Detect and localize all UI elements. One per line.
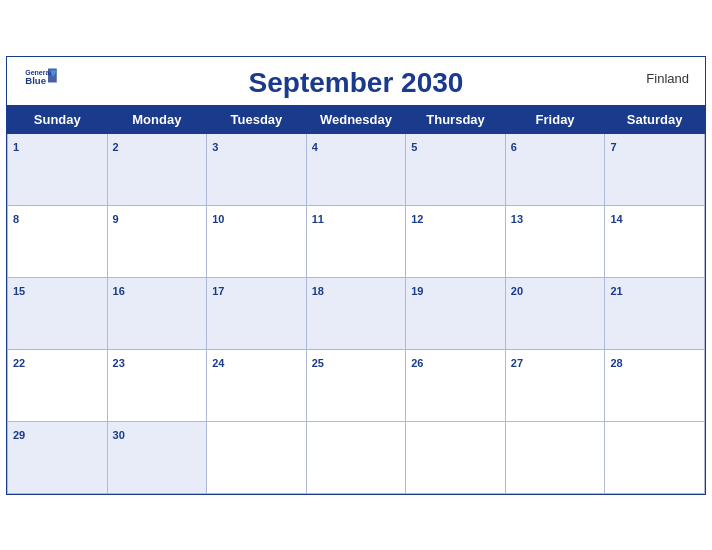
day-number: 24 [212,357,224,369]
table-row [505,421,605,493]
table-row: 12 [406,205,506,277]
calendar-table: Sunday Monday Tuesday Wednesday Thursday… [7,105,705,494]
calendar-title: September 2030 [249,67,464,99]
table-row: 7 [605,133,705,205]
table-row: 21 [605,277,705,349]
calendar-week-row: 15161718192021 [8,277,705,349]
table-row: 10 [207,205,307,277]
day-number: 26 [411,357,423,369]
table-row: 20 [505,277,605,349]
table-row: 14 [605,205,705,277]
day-number: 16 [113,285,125,297]
table-row: 29 [8,421,108,493]
country-label: Finland [646,71,689,86]
header-friday: Friday [505,105,605,133]
day-number: 11 [312,213,324,225]
table-row: 24 [207,349,307,421]
table-row [207,421,307,493]
header-tuesday: Tuesday [207,105,307,133]
day-number: 2 [113,141,119,153]
calendar-container: General Blue September 2030 Finland Sund… [6,56,706,495]
general-blue-logo-icon: General Blue [23,65,59,93]
table-row: 25 [306,349,406,421]
table-row: 8 [8,205,108,277]
header-saturday: Saturday [605,105,705,133]
header-wednesday: Wednesday [306,105,406,133]
calendar-week-row: 22232425262728 [8,349,705,421]
day-number: 14 [610,213,622,225]
table-row: 22 [8,349,108,421]
table-row: 13 [505,205,605,277]
table-row: 23 [107,349,207,421]
table-row: 16 [107,277,207,349]
day-number: 23 [113,357,125,369]
day-number: 27 [511,357,523,369]
day-number: 15 [13,285,25,297]
table-row: 4 [306,133,406,205]
table-row: 5 [406,133,506,205]
table-row: 17 [207,277,307,349]
table-row: 26 [406,349,506,421]
table-row: 19 [406,277,506,349]
table-row: 28 [605,349,705,421]
day-number: 19 [411,285,423,297]
day-number: 3 [212,141,218,153]
header-thursday: Thursday [406,105,506,133]
day-number: 21 [610,285,622,297]
table-row: 2 [107,133,207,205]
calendar-week-row: 891011121314 [8,205,705,277]
day-number: 1 [13,141,19,153]
table-row: 3 [207,133,307,205]
header-monday: Monday [107,105,207,133]
calendar-week-row: 1234567 [8,133,705,205]
table-row: 27 [505,349,605,421]
day-number: 9 [113,213,119,225]
table-row: 6 [505,133,605,205]
day-number: 7 [610,141,616,153]
day-number: 4 [312,141,318,153]
table-row [605,421,705,493]
day-number: 10 [212,213,224,225]
day-number: 25 [312,357,324,369]
table-row: 1 [8,133,108,205]
calendar-header: General Blue September 2030 Finland [7,57,705,105]
day-number: 8 [13,213,19,225]
brand-logo-area: General Blue [23,65,59,93]
table-row: 11 [306,205,406,277]
day-number: 13 [511,213,523,225]
day-number: 30 [113,429,125,441]
table-row: 15 [8,277,108,349]
table-row: 9 [107,205,207,277]
header-sunday: Sunday [8,105,108,133]
day-number: 29 [13,429,25,441]
table-row [406,421,506,493]
calendar-week-row: 2930 [8,421,705,493]
svg-text:Blue: Blue [25,75,46,86]
table-row: 18 [306,277,406,349]
day-number: 12 [411,213,423,225]
day-number: 18 [312,285,324,297]
day-number: 17 [212,285,224,297]
day-number: 28 [610,357,622,369]
day-number: 20 [511,285,523,297]
day-number: 6 [511,141,517,153]
weekday-header-row: Sunday Monday Tuesday Wednesday Thursday… [8,105,705,133]
day-number: 5 [411,141,417,153]
table-row [306,421,406,493]
day-number: 22 [13,357,25,369]
table-row: 30 [107,421,207,493]
